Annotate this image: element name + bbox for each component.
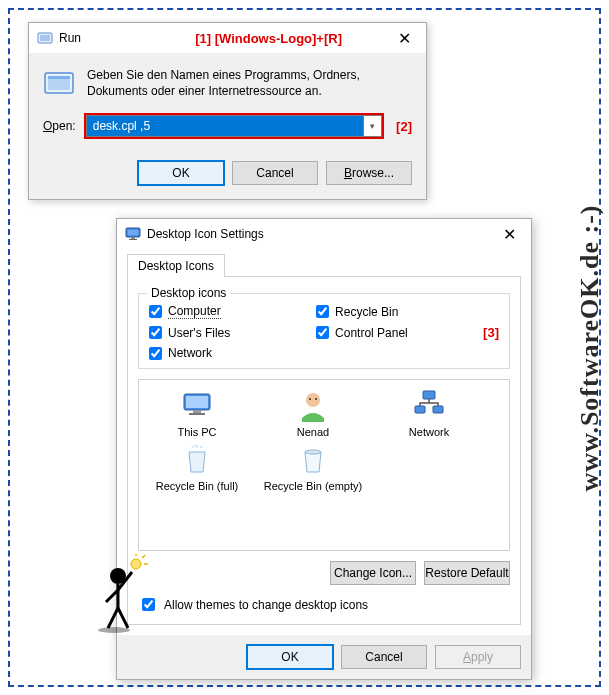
preview-this-pc[interactable]: This PC <box>143 388 251 438</box>
dis-titlebar: Desktop Icon Settings ✕ <box>117 219 531 249</box>
close-button[interactable]: ✕ <box>487 220 531 248</box>
desktop-icon-settings-dialog: Desktop Icon Settings ✕ Desktop Icons De… <box>116 218 532 680</box>
change-icon-button[interactable]: Change Icon... <box>330 561 416 585</box>
apply-button[interactable]: Apply <box>435 645 521 669</box>
svg-rect-7 <box>131 237 135 239</box>
tab-strip: Desktop Icons <box>127 253 521 276</box>
user-icon <box>296 388 330 422</box>
run-titlebar: Run [1] [Windows-Logo]+[R] ✕ <box>29 23 426 53</box>
cancel-button[interactable]: Cancel <box>232 161 318 185</box>
svg-rect-18 <box>433 406 443 413</box>
stick-figure-illustration <box>96 554 152 634</box>
icon-button-row: Change Icon... Restore Default <box>138 561 510 585</box>
dis-body: Desktop Icons Desktop icons Computer Rec… <box>117 249 531 635</box>
annotation-2: [2] <box>396 119 412 134</box>
run-dropdown-button[interactable]: ▾ <box>364 115 382 137</box>
run-input[interactable] <box>86 115 364 137</box>
dis-title: Desktop Icon Settings <box>147 227 487 241</box>
tab-panel: Desktop icons Computer Recycle Bin User'… <box>127 276 521 625</box>
preview-recycle-bin-full[interactable]: Recycle Bin (full) <box>143 442 251 492</box>
run-icon <box>37 30 53 46</box>
checks-grid: Computer Recycle Bin User's Files Contro… <box>149 304 499 360</box>
svg-rect-10 <box>186 396 208 408</box>
allow-themes-check[interactable]: Allow themes to change desktop icons <box>138 595 510 614</box>
dis-footer: OK Cancel Apply <box>117 635 531 679</box>
check-network[interactable]: Network <box>149 346 298 360</box>
svg-point-13 <box>306 393 320 407</box>
svg-line-28 <box>118 608 128 628</box>
apply-label: A <box>463 650 471 664</box>
svg-rect-4 <box>48 76 70 79</box>
group-title: Desktop icons <box>147 286 230 300</box>
run-large-icon <box>43 67 75 99</box>
pc-icon <box>180 388 214 422</box>
restore-default-button[interactable]: Restore Default <box>424 561 510 585</box>
annotation-3: [3] <box>483 325 499 340</box>
annotation-1: [1] [Windows-Logo]+[R] <box>195 31 342 46</box>
check-computer[interactable]: Computer <box>149 304 298 319</box>
svg-rect-1 <box>40 35 50 41</box>
svg-point-15 <box>315 398 317 400</box>
recycle-bin-full-icon <box>180 442 214 476</box>
svg-rect-12 <box>189 413 205 415</box>
check-users-files[interactable]: User's Files <box>149 326 298 340</box>
browse-button[interactable]: Browse... <box>326 161 412 185</box>
run-description: Geben Sie den Namen eines Programms, Ord… <box>87 67 412 99</box>
cancel-button[interactable]: Cancel <box>341 645 427 669</box>
ok-button[interactable]: OK <box>247 645 333 669</box>
close-button[interactable]: ✕ <box>382 24 426 52</box>
run-body: Geben Sie den Namen eines Programms, Ord… <box>29 53 426 107</box>
run-button-row: OK Cancel Browse... <box>29 153 426 199</box>
svg-point-14 <box>309 398 311 400</box>
watermark-text: www.SoftwareOK.de :-) <box>575 204 605 491</box>
run-title: Run <box>59 31 195 45</box>
desktop-icons-group: Desktop icons Computer Recycle Bin User'… <box>138 293 510 369</box>
run-input-highlight: ▾ <box>84 113 384 139</box>
svg-rect-16 <box>423 391 435 399</box>
svg-rect-11 <box>193 410 201 413</box>
check-recycle-bin[interactable]: Recycle Bin <box>316 305 465 319</box>
run-input-row: Open: ▾ [2] <box>29 107 426 153</box>
preview-network[interactable]: Network <box>375 388 483 438</box>
svg-point-21 <box>305 450 321 454</box>
ok-button[interactable]: OK <box>138 161 224 185</box>
network-icon <box>412 388 446 422</box>
svg-rect-6 <box>128 230 139 236</box>
svg-point-22 <box>98 627 130 633</box>
icon-preview-list[interactable]: This PC Nenad Network Recycle Bin (full)… <box>138 379 510 551</box>
recycle-bin-empty-icon <box>296 442 330 476</box>
svg-point-29 <box>131 559 141 569</box>
svg-rect-17 <box>415 406 425 413</box>
monitor-icon <box>125 226 141 242</box>
open-label: Open: <box>43 119 76 133</box>
check-control-panel[interactable]: Control Panel <box>316 326 465 340</box>
preview-recycle-bin-empty[interactable]: Recycle Bin (empty) <box>259 442 367 492</box>
svg-line-26 <box>106 590 118 602</box>
tab-desktop-icons[interactable]: Desktop Icons <box>127 254 225 277</box>
svg-rect-8 <box>129 239 137 240</box>
run-dialog: Run [1] [Windows-Logo]+[R] ✕ Geben Sie d… <box>28 22 427 200</box>
preview-user[interactable]: Nenad <box>259 388 367 438</box>
svg-line-32 <box>142 555 145 558</box>
svg-line-27 <box>108 608 118 628</box>
